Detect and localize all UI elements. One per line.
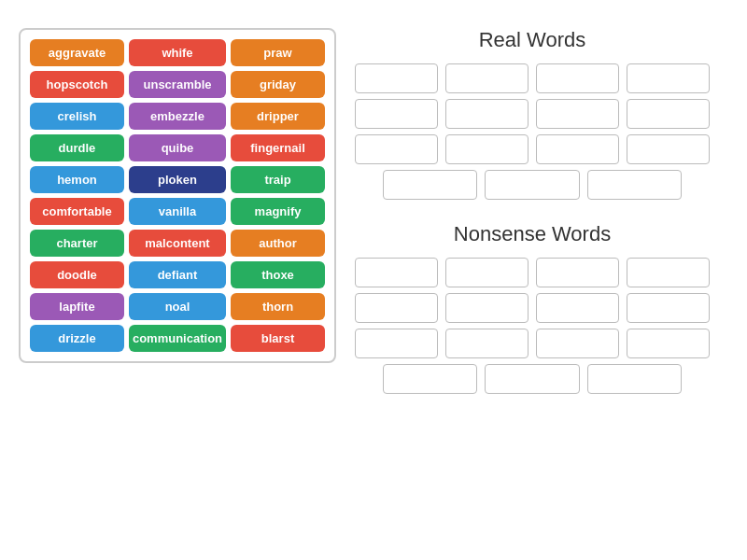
nonsense-drop-5[interactable] (355, 293, 438, 323)
real-drop-3[interactable] (536, 63, 619, 93)
real-words-row-1 (355, 63, 710, 93)
word-tile-23[interactable]: thoxe (231, 261, 325, 288)
right-panel: Real Words Nonsense Words (336, 19, 728, 399)
nonsense-drop-2[interactable] (445, 258, 529, 287)
real-drop-5[interactable] (355, 99, 438, 129)
real-words-title: Real Words (355, 28, 710, 52)
word-tile-24[interactable]: lapfite (30, 293, 124, 320)
real-drop-7[interactable] (536, 99, 619, 129)
word-tile-25[interactable]: noal (129, 293, 226, 320)
nonsense-drop-10[interactable] (445, 329, 529, 358)
word-tile-28[interactable]: communication (129, 325, 226, 352)
word-tile-12[interactable]: hemon (30, 166, 124, 193)
nonsense-drop-3[interactable] (536, 258, 619, 287)
nonsense-drop-15[interactable] (587, 364, 682, 394)
real-drop-6[interactable] (445, 99, 529, 129)
real-drop-10[interactable] (445, 134, 529, 164)
word-tile-4[interactable]: unscramble (129, 71, 226, 98)
word-tile-26[interactable]: thorn (231, 293, 325, 320)
word-tiles-panel: aggravatewhifeprawhopscotchunscramblegri… (19, 28, 336, 363)
word-tile-9[interactable]: durdle (30, 134, 124, 161)
nonsense-drop-7[interactable] (536, 293, 619, 323)
word-tile-13[interactable]: ploken (129, 166, 226, 193)
nonsense-drop-1[interactable] (355, 258, 438, 287)
real-words-row-4 (355, 170, 710, 200)
nonsense-words-row-3 (355, 329, 710, 358)
word-tile-3[interactable]: hopscotch (30, 71, 124, 98)
nonsense-words-title: Nonsense Words (355, 222, 710, 246)
word-tile-21[interactable]: doodle (30, 261, 124, 288)
word-tile-29[interactable]: blarst (231, 325, 325, 352)
word-tile-20[interactable]: author (231, 230, 325, 257)
real-drop-12[interactable] (627, 134, 710, 164)
real-words-row-2 (355, 99, 710, 129)
word-tile-22[interactable]: defiant (129, 261, 226, 288)
word-tile-11[interactable]: fingernail (231, 134, 325, 161)
real-drop-9[interactable] (355, 134, 438, 164)
nonsense-drop-9[interactable] (355, 329, 438, 358)
real-drop-1[interactable] (355, 63, 438, 93)
word-tile-8[interactable]: dripper (231, 103, 325, 130)
word-tile-7[interactable]: embezzle (129, 103, 226, 130)
real-words-row-3 (355, 134, 710, 164)
word-tile-14[interactable]: traip (231, 166, 325, 193)
nonsense-drop-12[interactable] (627, 329, 710, 358)
word-tile-15[interactable]: comfortable (30, 198, 124, 225)
nonsense-drop-8[interactable] (627, 293, 710, 323)
real-drop-13[interactable] (383, 170, 477, 200)
word-tile-10[interactable]: quibe (129, 134, 226, 161)
word-tile-18[interactable]: charter (30, 230, 124, 257)
nonsense-drop-14[interactable] (485, 364, 579, 394)
nonsense-words-row-4 (355, 364, 710, 394)
word-tile-19[interactable]: malcontent (129, 230, 226, 257)
real-drop-4[interactable] (627, 63, 710, 93)
nonsense-drop-13[interactable] (383, 364, 477, 394)
word-tile-1[interactable]: whife (129, 39, 226, 66)
nonsense-drop-11[interactable] (536, 329, 619, 358)
word-tile-5[interactable]: griday (231, 71, 325, 98)
word-tile-0[interactable]: aggravate (30, 39, 124, 66)
real-drop-14[interactable] (485, 170, 579, 200)
nonsense-drop-6[interactable] (445, 293, 529, 323)
real-drop-11[interactable] (536, 134, 619, 164)
real-drop-15[interactable] (587, 170, 682, 200)
word-tile-2[interactable]: praw (231, 39, 325, 66)
word-tile-27[interactable]: drizzle (30, 325, 124, 352)
word-tile-17[interactable]: magnify (231, 198, 325, 225)
word-tile-16[interactable]: vanilla (129, 198, 226, 225)
real-drop-2[interactable] (445, 63, 529, 93)
word-tile-6[interactable]: crelish (30, 103, 124, 130)
nonsense-drop-4[interactable] (627, 258, 710, 287)
nonsense-words-row-2 (355, 293, 710, 323)
real-drop-8[interactable] (627, 99, 710, 129)
nonsense-words-row-1 (355, 258, 710, 287)
